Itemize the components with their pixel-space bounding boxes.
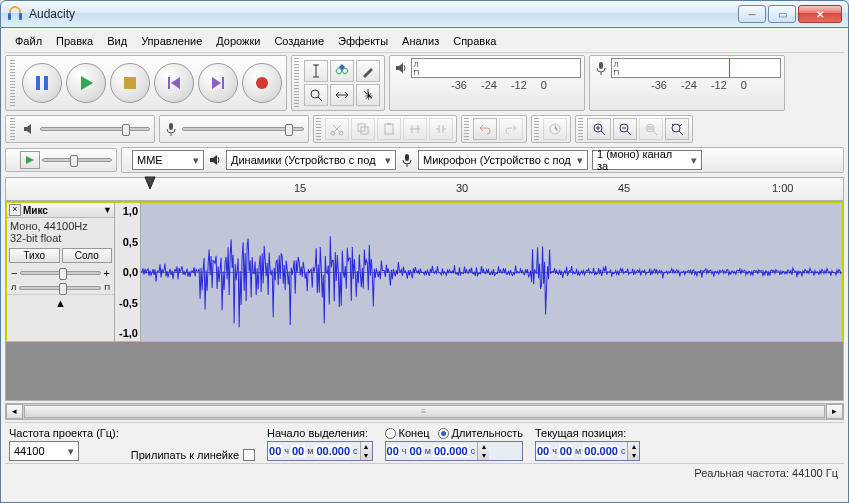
zoom-in-button[interactable] <box>587 118 611 140</box>
input-device-combo[interactable]: Микрофон (Устройство с под▾ <box>418 150 588 170</box>
audio-host-combo[interactable]: MME▾ <box>132 150 204 170</box>
menu-transport[interactable]: Управление <box>135 33 208 49</box>
record-button[interactable] <box>242 63 282 103</box>
tools-toolbar: ✳ <box>291 55 385 111</box>
menu-effect[interactable]: Эффекты <box>332 33 394 49</box>
track-menu-button[interactable]: ▼ <box>103 205 112 215</box>
input-volume-slider[interactable] <box>159 115 309 143</box>
track-collapse-button[interactable]: ▲ <box>7 294 114 311</box>
track-close-button[interactable]: × <box>9 204 21 216</box>
scroll-left-button[interactable]: ◂ <box>6 404 23 419</box>
input-meter[interactable]: ЛП <box>611 58 781 78</box>
audio-track: × Микс ▼ Моно, 44100Hz32-bit float Тихо … <box>6 202 843 342</box>
horizontal-scrollbar[interactable]: ◂ ≡ ▸ <box>5 403 844 420</box>
toolbar-grip[interactable] <box>10 118 15 140</box>
output-volume-slider[interactable] <box>5 115 155 143</box>
toolbar-grip[interactable] <box>294 58 299 108</box>
selection-length-time[interactable]: 00ч 00м 00.000с ▴▾ <box>385 441 523 461</box>
svg-rect-3 <box>44 76 48 90</box>
scroll-right-button[interactable]: ▸ <box>826 404 843 419</box>
svg-point-8 <box>311 90 319 98</box>
waveform-display[interactable] <box>141 203 842 341</box>
toolbar-grip[interactable] <box>534 118 539 140</box>
copy-button[interactable] <box>351 118 375 140</box>
maximize-button[interactable]: ▭ <box>768 5 796 23</box>
undo-toolbar <box>461 115 527 143</box>
record-meter: ЛП -36 -24 -12 0 <box>589 55 785 111</box>
track-gain-slider[interactable]: −+ <box>7 265 114 281</box>
menu-generate[interactable]: Создание <box>268 33 330 49</box>
multi-tool[interactable]: ✳ <box>356 84 380 106</box>
svg-rect-0 <box>8 13 11 20</box>
scroll-thumb[interactable]: ≡ <box>24 405 825 418</box>
minimize-button[interactable]: ─ <box>738 5 766 23</box>
menu-edit[interactable]: Правка <box>50 33 99 49</box>
svg-point-7 <box>256 77 268 89</box>
mute-button[interactable]: Тихо <box>9 248 60 263</box>
zoom-out-button[interactable] <box>613 118 637 140</box>
zoom-selection-button[interactable] <box>639 118 663 140</box>
toolbar-grip[interactable] <box>10 60 15 106</box>
menu-help[interactable]: Справка <box>447 33 502 49</box>
empty-track-area[interactable] <box>6 342 843 400</box>
track-control-panel: × Микс ▼ Моно, 44100Hz32-bit float Тихо … <box>7 203 115 341</box>
play-at-speed-button[interactable] <box>20 151 40 169</box>
output-device-combo[interactable]: Динамики (Устройство с под▾ <box>226 150 396 170</box>
toolbar-grip[interactable] <box>578 118 583 140</box>
timeline-ruler[interactable]: 15 30 45 1:00 <box>5 177 844 201</box>
skip-end-button[interactable] <box>198 63 238 103</box>
track-name[interactable]: Микс <box>23 205 103 216</box>
menu-tracks[interactable]: Дорожки <box>210 33 266 49</box>
selection-tool[interactable] <box>304 60 328 82</box>
svg-rect-1 <box>19 13 22 20</box>
sync-lock-button[interactable] <box>543 118 567 140</box>
svg-rect-22 <box>647 126 653 130</box>
sync-toolbar <box>531 115 571 143</box>
meter-tick: 0 <box>741 79 747 91</box>
zoom-fit-button[interactable] <box>665 118 689 140</box>
timeshift-tool[interactable] <box>330 84 354 106</box>
zoom-tool[interactable] <box>304 84 328 106</box>
toolbar-grip[interactable] <box>464 118 469 140</box>
silence-button[interactable] <box>429 118 453 140</box>
meter-tick: -24 <box>681 79 697 91</box>
cut-button[interactable] <box>325 118 349 140</box>
mic-icon[interactable] <box>594 61 608 75</box>
input-channels-combo[interactable]: 1 (моно) канал за▾ <box>592 150 702 170</box>
project-rate-combo[interactable]: 44100▾ <box>9 441 79 461</box>
envelope-tool[interactable] <box>330 60 354 82</box>
audio-position-time[interactable]: 00ч 00м 00.000с ▴▾ <box>535 441 641 461</box>
menu-view[interactable]: Вид <box>101 33 133 49</box>
amplitude-scale[interactable]: 1,00,50,0-0,5-1,0 <box>115 203 141 341</box>
stop-button[interactable] <box>110 63 150 103</box>
speaker-icon <box>208 153 222 167</box>
toolbar-grip[interactable] <box>316 118 321 140</box>
selection-toolbar: Частота проекта (Гц): 44100▾ Прилипать к… <box>5 422 844 463</box>
play-button[interactable] <box>66 63 106 103</box>
edit-toolbar <box>313 115 457 143</box>
undo-button[interactable] <box>473 118 497 140</box>
close-button[interactable]: ✕ <box>798 5 842 23</box>
solo-button[interactable]: Соло <box>62 248 113 263</box>
menu-file[interactable]: Файл <box>9 33 48 49</box>
pause-button[interactable] <box>22 63 62 103</box>
playback-meter: ЛП -36 -24 -12 0 <box>389 55 585 111</box>
meter-tick: -24 <box>481 79 497 91</box>
selection-start-time[interactable]: 00ч 00м 00.000с ▴▾ <box>267 441 373 461</box>
svg-text:✳: ✳ <box>364 90 373 102</box>
selection-start-label: Начало выделения: <box>267 427 373 439</box>
redo-button[interactable] <box>499 118 523 140</box>
track-pan-slider[interactable]: ЛП <box>7 281 114 294</box>
end-radio[interactable]: Конец <box>385 427 430 439</box>
paste-button[interactable] <box>377 118 401 140</box>
snap-checkbox[interactable] <box>243 449 255 461</box>
draw-tool[interactable] <box>356 60 380 82</box>
speaker-icon[interactable] <box>394 61 408 75</box>
meter-tick: -12 <box>711 79 727 91</box>
playhead-cursor-icon[interactable] <box>144 176 156 190</box>
skip-start-button[interactable] <box>154 63 194 103</box>
output-meter[interactable]: ЛП <box>411 58 581 78</box>
trim-button[interactable] <box>403 118 427 140</box>
length-radio[interactable]: Длительность <box>438 427 523 439</box>
menu-analyze[interactable]: Анализ <box>396 33 445 49</box>
